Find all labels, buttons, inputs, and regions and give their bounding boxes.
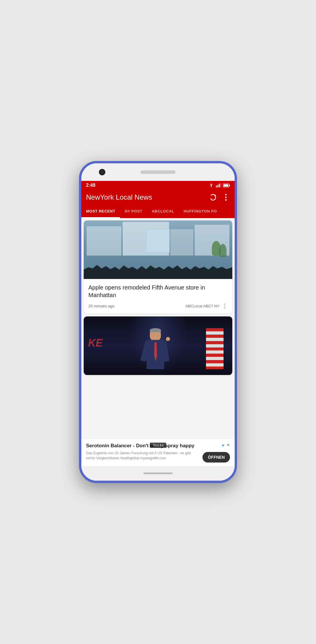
ad-title: Serotonin Balancer - Don't worry-spray h… bbox=[86, 443, 199, 449]
refresh-button[interactable] bbox=[209, 193, 217, 201]
svg-point-8 bbox=[225, 197, 227, 198]
ad-icons-row: ▶ ✕ bbox=[222, 443, 230, 447]
article-image-politician: KE bbox=[84, 316, 232, 375]
header-icons bbox=[209, 193, 230, 201]
tab-abclocal[interactable]: ABCLOCAL bbox=[147, 205, 179, 217]
status-bar: 2:48 bbox=[81, 181, 235, 190]
ad-open-button[interactable]: ÖFFNEN bbox=[202, 452, 230, 463]
app-title: NewYork Local News bbox=[86, 193, 152, 201]
article-more-button[interactable]: ⋮ bbox=[222, 303, 228, 309]
ad-content: Serotonin Balancer - Don't worry-spray h… bbox=[86, 443, 202, 461]
article-time-apple: 25 minutes ago bbox=[88, 304, 114, 308]
content-area[interactable]: Apple opens remodeled Fifth Avenue store… bbox=[81, 218, 235, 439]
status-icons bbox=[208, 183, 230, 187]
home-bar bbox=[143, 472, 173, 474]
article-source-apple: ABCLocal ABC7 NY ⋮ bbox=[186, 303, 228, 309]
svg-rect-0 bbox=[216, 186, 217, 187]
svg-rect-3 bbox=[220, 183, 221, 187]
phone-inner: 2:48 bbox=[81, 163, 235, 481]
news-card-apple[interactable]: Apple opens remodeled Fifth Avenue store… bbox=[84, 220, 232, 314]
signal-icon bbox=[216, 183, 221, 187]
news-card-politician[interactable]: KE bbox=[84, 316, 232, 375]
overflow-menu-button[interactable] bbox=[222, 193, 230, 201]
speaker bbox=[140, 170, 176, 174]
article-image-apple bbox=[84, 220, 232, 279]
status-time: 2:48 bbox=[86, 183, 95, 188]
ad-banner[interactable]: Test Ad Serotonin Balancer - Don't worry… bbox=[81, 439, 235, 466]
tab-ny-post[interactable]: NY POST bbox=[120, 205, 147, 217]
camera bbox=[99, 169, 105, 175]
wifi-icon bbox=[208, 183, 214, 187]
phone-bottom-hardware bbox=[81, 466, 235, 481]
card-body-apple: Apple opens remodeled Fifth Avenue store… bbox=[84, 279, 232, 314]
article-title-apple: Apple opens remodeled Fifth Avenue store… bbox=[88, 284, 228, 299]
svg-rect-2 bbox=[219, 184, 220, 187]
svg-rect-6 bbox=[229, 185, 230, 186]
volume-button bbox=[236, 222, 237, 239]
svg-point-7 bbox=[225, 194, 227, 196]
svg-point-9 bbox=[225, 199, 227, 201]
ad-description: Das Ergebnis von 20 Jahren Forschung mit… bbox=[86, 451, 199, 461]
svg-rect-5 bbox=[224, 184, 228, 186]
battery-icon bbox=[223, 184, 230, 187]
ad-test-label: Test Ad bbox=[150, 443, 166, 448]
tab-bar: MOST RECENT NY POST ABCLOCAL HUFFINGTON … bbox=[81, 205, 235, 218]
tab-most-recent[interactable]: MOST RECENT bbox=[81, 205, 120, 217]
screen: 2:48 bbox=[81, 181, 235, 466]
svg-rect-1 bbox=[217, 185, 218, 187]
ad-right-section: ▶ ✕ ÖFFNEN bbox=[202, 443, 230, 463]
ad-info-icon[interactable]: ▶ bbox=[222, 443, 225, 447]
phone-frame: 2:48 bbox=[79, 161, 237, 483]
phone-top-hardware bbox=[81, 163, 235, 181]
ad-close-button[interactable]: ✕ bbox=[226, 443, 230, 447]
app-header: NewYork Local News bbox=[81, 190, 235, 205]
card-meta-apple: 25 minutes ago ABCLocal ABC7 NY ⋮ bbox=[88, 303, 228, 309]
tab-huffington[interactable]: HUFFINGTON PO bbox=[179, 205, 221, 217]
